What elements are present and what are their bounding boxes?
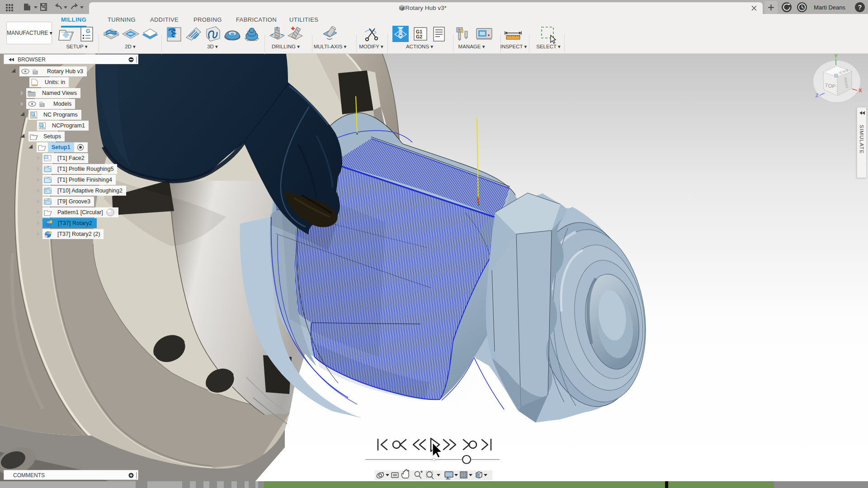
svg-text:G: G <box>41 124 43 127</box>
svg-text:COMMENTS: COMMENTS <box>13 472 45 479</box>
svg-text:G: G <box>86 28 90 34</box>
svg-text:BROWSER: BROWSER <box>18 56 46 63</box>
svg-text:Z: Z <box>816 93 819 98</box>
svg-text:Y: Y <box>834 54 838 59</box>
svg-text:?: ? <box>858 4 862 11</box>
svg-text:G2: G2 <box>416 34 422 39</box>
svg-text:G: G <box>32 113 34 116</box>
svg-text:X: X <box>859 88 862 93</box>
